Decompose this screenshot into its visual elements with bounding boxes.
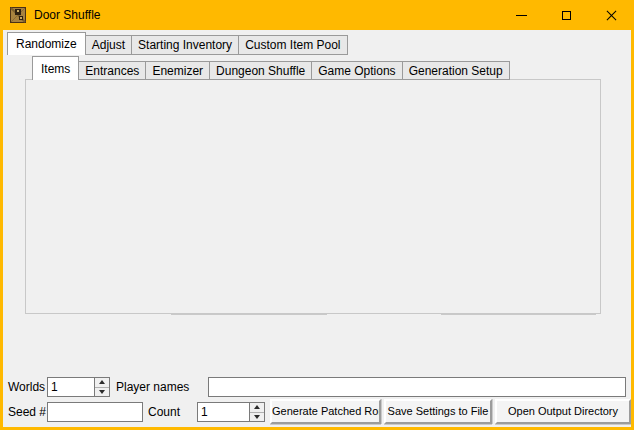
- player-names-input[interactable]: [208, 377, 626, 397]
- minimize-icon: [516, 15, 527, 16]
- worlds-value: 1: [48, 378, 94, 396]
- arrow-down-icon: [254, 415, 260, 419]
- tab-entrances[interactable]: Entrances: [78, 61, 146, 80]
- items-tab-pane: [25, 79, 601, 314]
- tab-randomize[interactable]: Randomize: [7, 32, 86, 55]
- arrow-up-icon: [99, 380, 105, 384]
- title-bar[interactable]: Door Shuffle: [0, 0, 634, 30]
- worlds-spin-up-button[interactable]: [95, 378, 109, 388]
- arrow-up-icon: [254, 405, 260, 409]
- secondary-tab-bar: Items Entrances Enemizer Dungeon Shuffle…: [32, 56, 510, 80]
- maximize-button[interactable]: [544, 0, 589, 30]
- generate-patched-rom-button[interactable]: Generate Patched Rom: [270, 399, 381, 424]
- player-names-label: Player names: [116, 377, 189, 397]
- minimize-button[interactable]: [499, 0, 544, 30]
- open-output-directory-button[interactable]: Open Output Directory: [495, 399, 631, 424]
- window-title: Door Shuffle: [34, 0, 101, 30]
- tab-custom-item-pool[interactable]: Custom Item Pool: [238, 35, 347, 55]
- worlds-label: Worlds: [8, 377, 45, 397]
- tab-enemizer[interactable]: Enemizer: [145, 61, 210, 80]
- worlds-spin-arrows: [94, 378, 109, 396]
- primary-tab-bar: Randomize Adjust Starting Inventory Cust…: [7, 32, 348, 55]
- tab-game-options[interactable]: Game Options: [311, 61, 402, 80]
- app-icon: [10, 7, 26, 23]
- close-button[interactable]: [589, 0, 634, 30]
- tab-adjust[interactable]: Adjust: [85, 35, 132, 55]
- count-spinbox[interactable]: 1: [197, 402, 265, 422]
- tab-starting-inventory[interactable]: Starting Inventory: [131, 35, 239, 55]
- tab-dungeon-shuffle[interactable]: Dungeon Shuffle: [209, 61, 312, 80]
- save-settings-button[interactable]: Save Settings to File: [384, 399, 492, 424]
- count-spin-arrows: [249, 403, 264, 421]
- seed-input[interactable]: [47, 402, 143, 422]
- count-spin-down-button[interactable]: [250, 413, 264, 422]
- close-icon: [606, 10, 617, 21]
- count-value: 1: [198, 403, 249, 421]
- count-spin-up-button[interactable]: [250, 403, 264, 413]
- tab-items[interactable]: Items: [32, 56, 79, 80]
- worlds-spinbox[interactable]: 1: [47, 377, 110, 397]
- maximize-icon: [562, 11, 571, 20]
- count-label: Count: [148, 402, 180, 422]
- seed-label: Seed #: [8, 402, 46, 422]
- app-window: Door Shuffle Randomize Adjust Starting I…: [0, 0, 634, 430]
- window-border: [0, 0, 3, 430]
- worlds-spin-down-button[interactable]: [95, 388, 109, 397]
- tab-generation-setup[interactable]: Generation Setup: [402, 61, 510, 80]
- arrow-down-icon: [99, 390, 105, 394]
